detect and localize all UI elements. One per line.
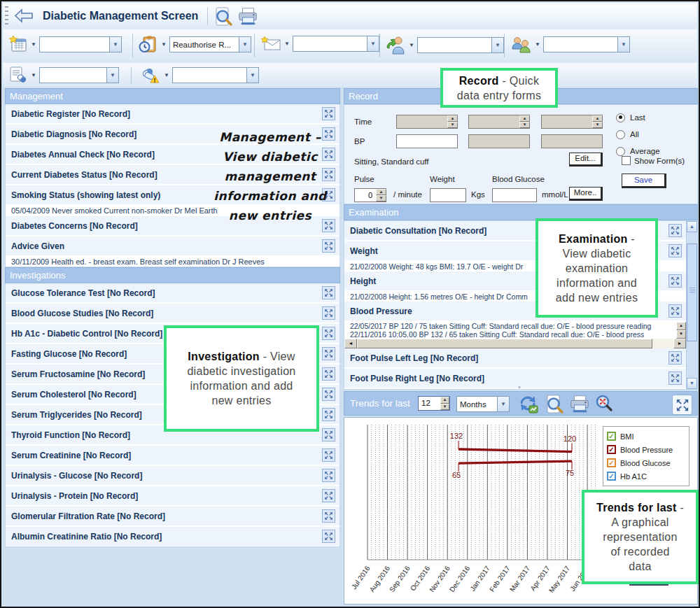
bp-field-2[interactable] [468, 134, 530, 148]
legend-checkbox[interactable]: ✓ [607, 472, 616, 481]
medication-warning-icon[interactable] [140, 66, 161, 85]
list-item[interactable]: Serum Creatinine [No Record] [6, 446, 340, 466]
zoom-reset-icon[interactable] [594, 394, 615, 414]
new-mail-caret-icon[interactable]: ▼ [284, 41, 290, 47]
expand-icon[interactable] [322, 509, 335, 523]
bp-field-3[interactable] [541, 134, 603, 148]
back-arrow-icon[interactable] [14, 8, 34, 23]
group-combo[interactable]: ▼ [543, 36, 630, 52]
expand-icon[interactable] [322, 408, 335, 421]
blood-glucose-field[interactable] [492, 188, 537, 202]
mail-combo-dropdown-icon[interactable]: ▼ [367, 36, 379, 51]
reauthorise-caret-icon[interactable]: ▼ [161, 41, 167, 48]
expand-icon[interactable] [322, 469, 335, 482]
list-item[interactable]: Urinalysis - Protein [No Record] [6, 486, 340, 507]
list-item[interactable]: Foot Pulse Right Leg [No Record] [344, 369, 686, 389]
period-up-icon[interactable]: ▲ [440, 397, 449, 404]
search-preview-icon[interactable] [213, 6, 234, 27]
expand-icon[interactable] [322, 327, 335, 340]
expand-icon[interactable] [322, 367, 335, 381]
expand-icon[interactable] [322, 388, 335, 401]
mail-combo[interactable]: ▼ [293, 36, 379, 52]
new-appointment-caret-icon[interactable]: ▼ [31, 41, 36, 48]
refresh-chart-icon[interactable] [518, 394, 538, 414]
pulse-down-icon[interactable]: ▼ [376, 195, 386, 202]
time3-up-icon[interactable]: ▲ [592, 115, 603, 122]
expand-icon[interactable] [322, 306, 335, 320]
print-icon[interactable] [237, 6, 258, 27]
collapse-handle-icon[interactable]: ▼ [517, 386, 522, 390]
scroll-up-icon[interactable]: ▲ [687, 221, 697, 232]
group-combo-dropdown-icon[interactable]: ▼ [617, 37, 629, 52]
expand-icon[interactable] [668, 304, 682, 318]
medication-combo[interactable]: ▼ [172, 67, 259, 83]
new-appointment-icon[interactable] [8, 35, 28, 53]
expand-icon[interactable] [322, 489, 335, 502]
legend-checkbox[interactable]: ✓ [607, 432, 616, 441]
time2-down-icon[interactable]: ▼ [519, 122, 530, 128]
reauthorise-combo-dropdown-icon[interactable]: ▼ [239, 37, 251, 52]
list-item[interactable]: Albumin Creatinine Ratio [No Record] [6, 527, 340, 547]
mini-scroll-up-icon[interactable]: ▲ [676, 322, 686, 330]
list-item[interactable]: Foot Pulse Left Leg [No Record] [344, 348, 686, 369]
radio-last[interactable] [616, 113, 625, 122]
expand-icon[interactable] [668, 224, 682, 237]
patient-group-caret-icon[interactable]: ▼ [535, 41, 540, 48]
period-down-icon[interactable]: ▼ [440, 404, 449, 411]
expand-icon[interactable] [322, 239, 335, 253]
radio-all[interactable] [616, 130, 625, 139]
expand-icon[interactable] [322, 286, 335, 299]
edit-button[interactable]: Edit... [569, 153, 603, 167]
list-item[interactable]: Glomerular Filtration Rate [No Record] [6, 507, 340, 527]
expand-icon[interactable] [322, 530, 335, 543]
record-entry[interactable]: 22/05/2017 BP 120 / 75 taken Sitting Cuf… [344, 322, 676, 330]
records-horizontal-scrollbar[interactable]: ◄► [344, 339, 686, 348]
new-prescription-icon[interactable] [8, 66, 28, 85]
refer-combo-dropdown-icon[interactable]: ▼ [491, 38, 503, 52]
more-button[interactable]: More.. [569, 187, 603, 201]
medication-combo-dropdown-icon[interactable]: ▼ [246, 68, 258, 83]
trends-expand-button[interactable] [672, 395, 692, 415]
legend-checkbox[interactable]: ✓ [607, 445, 616, 454]
list-item[interactable]: Advice Given [6, 236, 340, 257]
refer-combo[interactable]: ▼ [417, 37, 504, 53]
chart-preview-icon[interactable] [544, 394, 564, 414]
expand-icon[interactable] [668, 351, 682, 365]
expand-icon[interactable] [668, 372, 682, 385]
bp-field-1[interactable] [396, 134, 458, 148]
chart-print-icon[interactable] [569, 394, 589, 414]
list-item[interactable]: Urinalysis - Glucose [No Record] [6, 466, 340, 486]
list-item[interactable]: Glucose Tolerance Test [No Record] [6, 283, 340, 304]
refer-patient-caret-icon[interactable]: ▼ [409, 42, 414, 48]
time2-up-icon[interactable]: ▲ [519, 115, 530, 122]
scroll-left-icon[interactable]: ◄ [344, 339, 357, 348]
records-mini-scrollbar[interactable]: ▲▼ [676, 322, 686, 339]
time1-up-icon[interactable]: ▲ [447, 115, 458, 122]
expand-icon[interactable] [322, 448, 335, 462]
prescription-combo-dropdown-icon[interactable]: ▼ [106, 68, 118, 83]
pulse-up-icon[interactable]: ▲ [376, 189, 386, 195]
record-entry[interactable]: 22/11/2016 10:05.00 BP 132 / 65 taken Si… [344, 330, 676, 339]
period-unit-select[interactable]: Months ▼ [456, 396, 510, 412]
hscroll-thumb[interactable] [357, 339, 652, 348]
expand-icon[interactable] [322, 428, 335, 441]
scroll-down-icon[interactable]: ▼ [687, 378, 697, 389]
toolbar-grip[interactable] [5, 6, 8, 26]
expand-icon[interactable] [668, 274, 682, 288]
reauthorise-icon[interactable] [139, 35, 158, 54]
mini-scroll-down-icon[interactable]: ▼ [676, 330, 686, 339]
legend-checkbox[interactable]: ✓ [607, 458, 616, 467]
appointment-combo[interactable]: ▼ [39, 36, 122, 52]
time1-down-icon[interactable]: ▼ [447, 122, 458, 128]
period-unit-dropdown-icon[interactable]: ▼ [497, 397, 509, 411]
reauthorise-combo[interactable]: Reauthorise R... ▼ [169, 36, 251, 52]
period-spinner[interactable]: 12 ▲▼ [418, 396, 450, 411]
scroll-right-icon[interactable]: ► [673, 339, 686, 348]
refer-patient-icon[interactable] [385, 35, 406, 55]
expand-icon[interactable] [668, 244, 682, 257]
new-mail-icon[interactable] [260, 35, 281, 52]
record-entry[interactable]: 30/11/2009 Health ed. - breast exam. Bre… [6, 257, 340, 267]
prescription-combo[interactable]: ▼ [39, 67, 119, 83]
examination-scrollbar[interactable]: ▲ ▼ [686, 221, 697, 389]
show-forms-checkbox[interactable] [622, 156, 631, 165]
